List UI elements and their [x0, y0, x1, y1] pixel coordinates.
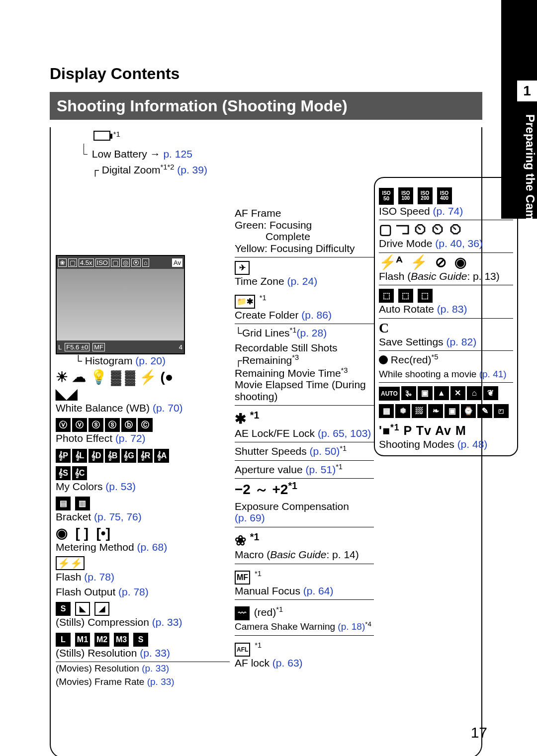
note-1-2: *1*2 — [161, 163, 175, 171]
photo-effect-page-link[interactable]: (p. 72) — [115, 432, 146, 444]
auto-rotate-label: Auto Rotate — [379, 303, 434, 315]
aperture-page-link[interactable]: (p. 51) — [305, 464, 336, 475]
metering-icons: ◉ [ ] [•] — [56, 526, 230, 541]
rec-dot-icon — [379, 355, 388, 364]
shake-n4: *4 — [365, 620, 371, 628]
right-flash-page: : p. 13) — [467, 270, 499, 282]
section-side-label: Preparing the Camera — [517, 114, 537, 238]
metering-page-link[interactable]: (p. 68) — [137, 541, 167, 553]
middle-column: AF Frame Green: Focusing Complete Yellow… — [235, 207, 374, 672]
left-column: *1 Low Battery → p. 125 ┌ Digital Zoom*1… — [56, 130, 230, 690]
afl-note: *1 — [255, 641, 262, 649]
rec-l2: Remaining — [242, 354, 292, 366]
stills-comp-page-link[interactable]: (p. 33) — [152, 616, 182, 628]
shooting-modes-page-link[interactable]: (p. 48) — [457, 438, 488, 450]
compression-icons: S ◣ ◢ — [56, 600, 230, 616]
iso-label: ISO Speed — [379, 205, 430, 217]
mf-page-link[interactable]: (p. 64) — [303, 585, 334, 596]
page-number: 17 — [471, 724, 487, 741]
ae-lock-page-link[interactable]: (p. 65, 103) — [318, 427, 371, 439]
aperture-label: Aperture value — [235, 464, 303, 475]
bracket-icons: ▤ ▥ — [56, 495, 230, 510]
flash-icons: ⚡ᴬ ⚡ ⊘ ◉ — [379, 255, 513, 270]
movies-res-label: (Movies) Resolution — [56, 663, 139, 673]
auto-rotate-page-link[interactable]: (p. 83) — [437, 303, 467, 315]
rec-l4: Movie Elapsed Time (During shooting) — [235, 379, 374, 402]
movies-res-page-link[interactable]: (p. 33) — [142, 663, 169, 673]
exp-page-link[interactable]: (p. 69) — [235, 512, 265, 523]
movie-label: While shooting a movie — [379, 369, 476, 379]
movies-fr-label: (Movies) Frame Rate — [56, 676, 144, 687]
wb-label: White Balance (WB) — [56, 402, 150, 414]
mf-note: *1 — [255, 570, 262, 578]
wb-page-link[interactable]: (p. 70) — [153, 402, 183, 414]
drive-icons: ▢ ⫎ ⏲ ⏲ ⏲ — [379, 222, 513, 237]
rec-n3: *3 — [341, 366, 348, 374]
time-zone-label: Time Zone — [235, 275, 284, 287]
mf-label: Manual Focus — [235, 585, 300, 596]
aperture-note: *1 — [336, 463, 343, 471]
mf-icon: MF — [235, 571, 250, 585]
create-folder-note: *1 — [260, 294, 267, 302]
shake-n1: *1 — [276, 605, 283, 613]
bracket-label: Bracket — [56, 511, 91, 522]
right-flash-label: Flash ( — [379, 270, 411, 282]
exp-range: −2 ～ +2 — [235, 482, 288, 497]
my-colors-page-link[interactable]: (p. 53) — [105, 481, 136, 492]
wb-custom-icon: ◣◢ — [56, 387, 230, 402]
iso-icons: ISO50 ISO100 ISO200 ISO400 — [379, 184, 513, 205]
time-zone-page-link[interactable]: (p. 24) — [287, 275, 317, 287]
grid-lines-label: Grid Lines — [242, 327, 290, 338]
save-settings-page-link[interactable]: (p. 82) — [446, 336, 476, 347]
afl-page-link[interactable]: (p. 63) — [272, 657, 303, 669]
section-header: Shooting Information (Shooting Mode) — [50, 92, 482, 120]
af-frame-l3: Complete — [235, 231, 374, 243]
mode-bar: '■*1 P Tv Av M — [379, 420, 513, 438]
scene-icons-row1: AUTO૱▣▲✕⌂❦ — [379, 385, 513, 401]
movie-page-link[interactable]: (p. 41) — [479, 369, 507, 379]
wb-icons: ☀ ☁ 💡 ▓ ▓ ⚡ (● — [56, 370, 230, 385]
ae-lock-icon: ✱ — [235, 412, 246, 427]
movies-fr-page-link[interactable]: (p. 33) — [147, 676, 175, 687]
photo-effect-icons: ⓥⓥⓢⓢⓑⒸ — [56, 417, 230, 432]
digital-zoom-label: Digital Zoom — [102, 164, 161, 175]
my-colors-icons: 𝄞P𝄞L𝄞D𝄞B𝄞G𝄞R𝄞A — [56, 447, 230, 463]
metering-label: Metering Method — [56, 541, 134, 553]
bracket-page-link[interactable]: (p. 75, 76) — [94, 511, 142, 522]
create-folder-page-link[interactable]: (p. 86) — [301, 309, 332, 321]
right-flash-guide: Basic Guide — [411, 270, 467, 282]
exp-note: *1 — [288, 480, 297, 491]
low-battery-label: Low Battery → — [92, 148, 161, 160]
low-battery-page-link[interactable]: p. 125 — [163, 148, 192, 160]
rec-note: *5 — [432, 353, 439, 361]
afl-label: AF lock — [235, 657, 269, 669]
stills-res-label: (Stills) Resolution — [56, 647, 137, 659]
flash-page-link[interactable]: (p. 78) — [84, 571, 114, 583]
stills-res-page-link[interactable]: (p. 33) — [140, 647, 170, 659]
c-icon: C — [379, 321, 513, 336]
flash-output-page-link[interactable]: (p. 78) — [118, 586, 149, 597]
photo-effect-label: Photo Effect — [56, 432, 112, 444]
drive-page-link[interactable]: (p. 40, 36) — [435, 238, 483, 249]
rec-label: Rec(red) — [391, 354, 432, 365]
chapter-number-tab: 1 — [517, 81, 537, 101]
macro-note: *1 — [250, 531, 260, 542]
afl-icon: AFL — [235, 643, 250, 657]
grid-lines-note: *1 — [290, 326, 297, 334]
digital-zoom-page-link[interactable]: (p. 39) — [177, 164, 207, 175]
flash-label: Flash — [56, 571, 81, 583]
shutter-page-link[interactable]: (p. 50) — [310, 445, 340, 457]
shake-red: (red) — [254, 606, 276, 618]
histogram-page-link[interactable]: (p. 20) — [135, 355, 166, 366]
stills-comp-label: (Stills) Compression — [56, 616, 149, 628]
shutter-label: Shutter Speeds — [235, 445, 307, 457]
rotate-icons: ⬚ ⬚ ⬚ — [379, 287, 513, 303]
macro-page: : p. 14) — [326, 549, 358, 560]
af-frame-l1: AF Frame — [235, 207, 374, 219]
drive-label: Drive Mode — [379, 238, 432, 249]
af-frame-l4: Yellow: Focusing Difficulty — [235, 243, 374, 254]
shake-page-link[interactable]: (p. 18) — [338, 621, 365, 632]
ae-lock-label: AE Lock/FE Lock — [235, 427, 315, 439]
iso-page-link[interactable]: (p. 74) — [433, 205, 463, 217]
grid-lines-page-link[interactable]: (p. 28) — [297, 327, 327, 338]
